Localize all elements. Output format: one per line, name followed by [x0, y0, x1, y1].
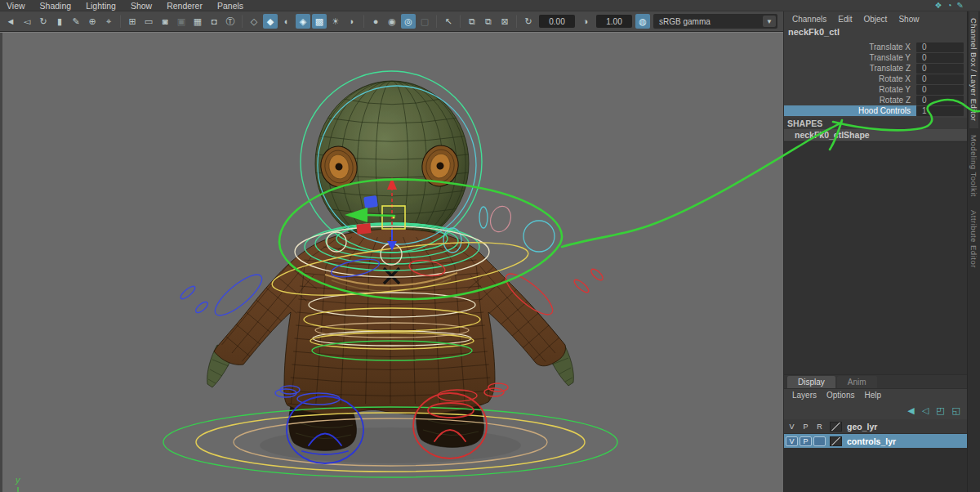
le-menu-layers[interactable]: Layers [792, 391, 825, 400]
ambient-occlusion-icon[interactable]: ● [368, 14, 383, 29]
layer-row-geo-lyr[interactable]: V P R geo_lyr [784, 419, 967, 433]
exposure-icon[interactable]: ↻ [521, 14, 536, 29]
default-material-icon[interactable]: ▩ [312, 14, 327, 29]
layer-color-swatch[interactable] [830, 422, 842, 432]
gate-mask-icon[interactable]: ▣ [174, 14, 189, 29]
annotate-pencil-icon[interactable]: ✎ [957, 2, 964, 10]
toolbar-icon[interactable] [242, 15, 243, 28]
xray-joints-icon[interactable]: ▢ [417, 14, 432, 29]
wireframe-cube-icon[interactable]: ◇ [247, 14, 261, 29]
layer-name[interactable]: controls_lyr [847, 436, 896, 446]
channel-value-field[interactable]: 0 [916, 85, 964, 95]
layer-visibility-toggle[interactable]: V [786, 422, 798, 432]
channel-label[interactable]: Rotate X [784, 74, 916, 84]
channel-row[interactable]: Rotate X 0 [784, 74, 967, 84]
wireframe-on-shaded-icon[interactable]: ◈ [296, 14, 310, 29]
layer-playback-toggle[interactable]: P [800, 422, 812, 432]
dolly-tool-icon[interactable]: ⊕ [85, 14, 100, 29]
toolbar-icon[interactable] [460, 15, 461, 28]
motion-blur-icon[interactable]: ◉ [385, 14, 399, 29]
select-camera-icon[interactable]: ✎ [69, 14, 83, 29]
safe-title-icon[interactable]: Ⓣ [223, 14, 238, 29]
colorspace-dropdown[interactable]: sRGB gamma ▼ [653, 14, 777, 29]
layer-display-type-toggle[interactable] [813, 436, 826, 446]
toolbar-icon[interactable] [120, 15, 121, 28]
camcorder-icon[interactable]: ◄ [3, 14, 18, 29]
menu-panels[interactable]: Panels [217, 1, 252, 11]
gamma-field[interactable]: 1.00 [596, 15, 632, 28]
selected-object-name[interactable]: neckFk0_ctl [784, 27, 967, 40]
side-tab-modeling-toolkit[interactable]: Modeling Toolkit [969, 128, 978, 204]
resolution-gate-icon[interactable]: ◙ [158, 14, 172, 29]
grid-icon[interactable]: ⊞ [125, 14, 140, 29]
toolbar-icon[interactable] [363, 15, 364, 28]
manip-blue-handle[interactable] [363, 195, 378, 208]
layer-playback-toggle[interactable]: P [800, 436, 812, 446]
menu-view[interactable]: View [7, 1, 33, 11]
channel-value-field[interactable]: 0 [916, 64, 964, 74]
speed-gauge-icon[interactable]: ◔ [947, 2, 952, 10]
gamma-icon[interactable]: ◑ [578, 14, 593, 29]
cb-menu-show[interactable]: Show [898, 15, 927, 24]
layer-display-type-toggle[interactable]: R [813, 422, 826, 432]
camera-attributes-icon[interactable]: ◅ [20, 14, 34, 29]
side-tab-channel-box[interactable]: Channel Box / Layer Editor [969, 11, 978, 128]
select-cursor-icon[interactable]: ↖ [441, 14, 456, 29]
cb-menu-edit[interactable]: Edit [838, 15, 860, 24]
channel-label[interactable]: Hood Controls [784, 105, 916, 116]
channel-value-field[interactable]: 0 [916, 53, 964, 63]
shaded-cube-icon[interactable]: ◆ [263, 14, 278, 29]
channel-row[interactable]: Hood Controls 1 [784, 105, 967, 116]
channel-row[interactable]: Rotate Y 0 [784, 84, 967, 95]
menu-show[interactable]: Show [131, 1, 160, 11]
layer-color-swatch[interactable] [830, 436, 842, 446]
cb-menu-object[interactable]: Object [864, 15, 896, 24]
new-empty-layer-icon[interactable]: ◰ [936, 406, 944, 415]
shape-node-name[interactable]: neckFk0_ctlShape [784, 129, 967, 141]
cb-menu-channels[interactable]: Channels [792, 15, 835, 24]
exposure-field[interactable]: 0.00 [539, 15, 575, 28]
channel-value-field[interactable]: 1 [916, 106, 964, 116]
side-tab-attribute-editor[interactable]: Attribute Editor [969, 204, 978, 275]
viewport-panel[interactable]: y [0, 32, 783, 492]
character-controls-icon[interactable]: ❖ [935, 2, 942, 10]
tab-display[interactable]: Display [787, 376, 835, 388]
channel-label[interactable]: Rotate Z [784, 95, 916, 105]
channel-label[interactable]: Translate Z [784, 63, 916, 74]
move-layer-down-icon[interactable]: ◁ [922, 406, 929, 415]
film-gate-icon[interactable]: ▭ [141, 14, 156, 29]
le-menu-options[interactable]: Options [826, 391, 862, 400]
channel-label[interactable]: Translate X [784, 42, 916, 52]
manip-red-handle[interactable] [356, 223, 371, 235]
channel-row[interactable]: Rotate Z 0 [784, 95, 967, 105]
menu-renderer[interactable]: Renderer [167, 1, 211, 11]
textured-icon[interactable]: ◐ [279, 14, 294, 29]
new-layer-from-selected-icon[interactable]: ◱ [952, 406, 960, 415]
move-layer-up-icon[interactable]: ◀ [907, 406, 914, 415]
layer-row-controls-lyr[interactable]: V P controls_lyr [784, 434, 967, 448]
menu-lighting[interactable]: Lighting [86, 1, 124, 11]
view-transform-icon[interactable]: ◍ [635, 14, 650, 29]
channel-label[interactable]: Rotate Y [784, 84, 916, 95]
channel-row[interactable]: Translate Z 0 [784, 63, 967, 74]
tab-anim[interactable]: Anim [837, 376, 877, 388]
field-chart-icon[interactable]: ▦ [190, 14, 205, 29]
menu-shading[interactable]: Shading [40, 1, 80, 11]
channel-value-field[interactable]: 0 [916, 96, 964, 105]
toolbar-icon[interactable] [436, 15, 437, 28]
track-tool-icon[interactable]: ⌖ [101, 14, 116, 29]
channel-row[interactable]: Translate X 0 [784, 42, 967, 52]
channel-label[interactable]: Translate Y [784, 52, 916, 63]
toolbar-icon[interactable] [516, 15, 517, 28]
shadows-icon[interactable]: ◗ [345, 14, 359, 29]
layer-visibility-toggle[interactable]: V [786, 436, 798, 446]
scene-canvas[interactable]: y [0, 33, 783, 492]
layer-name[interactable]: geo_lyr [847, 422, 877, 432]
snapshot-icon[interactable]: ⊠ [497, 14, 512, 29]
xray-icon[interactable]: ◎ [401, 14, 416, 29]
channel-value-field[interactable]: 0 [916, 42, 964, 52]
isolate-select-icon[interactable]: ⧉ [465, 14, 479, 29]
camera-orbit-icon[interactable]: ↻ [36, 14, 51, 29]
le-menu-help[interactable]: Help [864, 391, 889, 400]
channel-value-field[interactable]: 0 [916, 74, 964, 84]
